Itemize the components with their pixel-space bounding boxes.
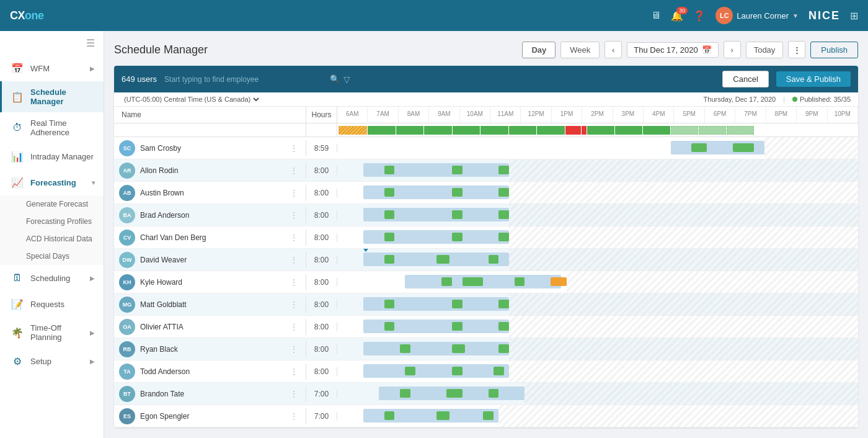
table-row: OA Olivier ATTIA ⋮ 8:00: [114, 316, 858, 338]
intraday-icon: 📊: [11, 150, 24, 163]
employee-timeline: [337, 316, 858, 337]
employee-menu-icon[interactable]: ⋮: [287, 389, 301, 399]
help-icon[interactable]: ❓: [693, 10, 706, 22]
sidebar-item-real-time[interactable]: ⏱ Real Time Adherence: [0, 112, 104, 143]
sidebar-item-generate-forecast[interactable]: Generate Forecast: [0, 195, 104, 213]
employee-name: Austin Brown: [140, 189, 282, 197]
employee-menu-icon[interactable]: ⋮: [287, 143, 301, 153]
employee-name: Todd Anderson: [140, 367, 282, 376]
sidebar-item-acd-historical[interactable]: ACD Historical Data: [0, 230, 104, 248]
avatar: DW: [119, 252, 135, 268]
employee-menu-icon[interactable]: ⋮: [287, 255, 301, 265]
page-title: Schedule Manager: [114, 43, 208, 56]
top-nav-right: 🖥 🔔 30 ❓ LC Lauren Corner ▼ NICE ⊞: [651, 7, 858, 24]
today-button[interactable]: Today: [746, 42, 784, 58]
avail-hours-col: [306, 123, 337, 136]
avatar: KH: [119, 274, 135, 290]
sidebar-item-requests[interactable]: 📝 Requests: [0, 291, 104, 317]
time-col-7pm: 7PM: [735, 107, 766, 123]
employee-menu-icon[interactable]: ⋮: [287, 210, 301, 220]
avatar: LC: [715, 7, 733, 24]
hamburger-icon: ☰: [86, 37, 95, 49]
time-col-6am: 6AM: [337, 107, 368, 123]
time-off-arrow-icon: ▶: [90, 329, 95, 336]
more-options-button[interactable]: ⋮: [788, 41, 805, 58]
published-badge: Published: 35/35: [792, 96, 851, 103]
sidebar-item-forecasting[interactable]: 📈 Forecasting ▾: [0, 169, 104, 195]
scheduling-arrow-icon: ▶: [90, 275, 95, 282]
employee-menu-icon[interactable]: ⋮: [287, 188, 301, 198]
filter-icon[interactable]: ▽: [343, 74, 350, 84]
avatar: RB: [119, 341, 135, 357]
monitor-icon[interactable]: 🖥: [651, 10, 661, 21]
sidebar-item-time-off[interactable]: 🌴 Time-Off Planning ▶: [0, 317, 104, 348]
avail-timeline: [337, 123, 858, 136]
sidebar-toggle[interactable]: ☰: [0, 31, 104, 55]
save-publish-button[interactable]: Save & Publish: [776, 71, 851, 87]
table-row: AR Allon Rodin ⋮ 8:00: [114, 159, 858, 182]
grid-icon[interactable]: ⊞: [850, 10, 858, 22]
published-dot: [792, 97, 797, 102]
search-input[interactable]: [164, 75, 326, 84]
employee-menu-icon[interactable]: ⋮: [287, 411, 301, 421]
prev-arrow-button[interactable]: ‹: [604, 41, 622, 58]
employee-menu-icon[interactable]: ⋮: [287, 367, 301, 377]
time-col-10am: 10AM: [460, 107, 490, 123]
employee-timeline: [337, 204, 858, 226]
employee-name: Brandon Tate: [140, 390, 282, 398]
notification-icon[interactable]: 🔔 30: [671, 10, 683, 22]
day-button[interactable]: Day: [522, 42, 556, 58]
sidebar-item-setup[interactable]: ⚙ Setup ▶: [0, 348, 104, 374]
table-row: ES Egon Spengler ⋮ 7:00: [114, 405, 858, 427]
timezone-select[interactable]: (UTC-05:00) Central Time (US & Canada): [122, 95, 261, 104]
header-controls: Day Week ‹ Thu Dec 17, 2020 📅 › Today ⋮ …: [522, 41, 858, 58]
sidebar-item-intraday[interactable]: 📊 Intraday Manager: [0, 143, 104, 169]
avatar: AR: [119, 163, 135, 179]
avatar: BT: [119, 386, 135, 402]
grid-header: Name Hours 6AM 7AM 8AM 9AM 10AM 11AM 12P…: [114, 107, 858, 123]
time-col-6pm: 6PM: [705, 107, 735, 123]
week-button[interactable]: Week: [560, 42, 600, 58]
publish-button[interactable]: Publish: [810, 42, 858, 58]
employee-timeline: [337, 226, 858, 248]
employee-name: Ryan Black: [140, 345, 282, 354]
employee-menu-icon[interactable]: ⋮: [287, 277, 301, 287]
sidebar-label-time-off: Time-Off Planning: [30, 323, 84, 342]
employee-name-col: SC Sam Crosby ⋮: [114, 140, 306, 156]
sidebar-label-real-time: Real Time Adherence: [30, 118, 95, 137]
table-row: BT Brandon Tate ⋮ 7:00: [114, 383, 858, 405]
employee-menu-icon[interactable]: ⋮: [287, 322, 301, 332]
employee-name-col: BA Brad Anderson ⋮: [114, 207, 306, 223]
cancel-button[interactable]: Cancel: [722, 71, 768, 87]
schedule-date: Thursday, Dec 17, 2020: [704, 96, 776, 103]
sidebar-item-scheduling[interactable]: 🗓 Scheduling ▶: [0, 265, 104, 291]
calendar-icon[interactable]: 📅: [702, 45, 712, 55]
employee-name: Olivier ATTIA: [140, 323, 282, 331]
time-headers: 6AM 7AM 8AM 9AM 10AM 11AM 12PM 1PM 2PM 3…: [337, 107, 858, 123]
scheduling-icon: 🗓: [11, 271, 24, 285]
time-col-12pm: 12PM: [521, 107, 551, 123]
next-arrow-button[interactable]: ›: [724, 41, 741, 58]
employee-hours: 8:00: [306, 367, 337, 376]
user-menu[interactable]: LC Lauren Corner ▼: [715, 7, 799, 24]
employee-menu-icon[interactable]: ⋮: [287, 300, 301, 310]
employee-menu-icon[interactable]: ⋮: [287, 233, 301, 243]
employee-menu-icon[interactable]: ⋮: [287, 344, 301, 354]
employee-menu-icon[interactable]: ⋮: [287, 166, 301, 176]
schedule-manager-icon: 📋: [11, 90, 24, 104]
sidebar-item-schedule-manager[interactable]: 📋 Schedule Manager: [0, 81, 104, 112]
time-col-2pm: 2PM: [582, 107, 613, 123]
employee-hours: 8:59: [306, 144, 337, 153]
sidebar-item-special-days[interactable]: Special Days: [0, 248, 104, 265]
setup-icon: ⚙: [11, 354, 24, 368]
table-row: MG Matt Goldblatt ⋮ 8:00: [114, 293, 858, 316]
sidebar-item-wfm[interactable]: 📅 WFM ▶: [0, 55, 104, 81]
search-icon[interactable]: 🔍: [330, 74, 340, 84]
employee-hours: 8:00: [306, 256, 337, 264]
employee-hours: 7:00: [306, 390, 337, 398]
employee-hours: 8:00: [306, 233, 337, 242]
sidebar-item-forecasting-profiles[interactable]: Forecasting Profiles: [0, 213, 104, 230]
published-text: Published: 35/35: [800, 96, 851, 103]
main-content: Schedule Manager Day Week ‹ Thu Dec 17, …: [104, 31, 868, 438]
schedule-container: 649 users 🔍 ▽ Cancel Save & Publish (UTC…: [114, 66, 858, 427]
